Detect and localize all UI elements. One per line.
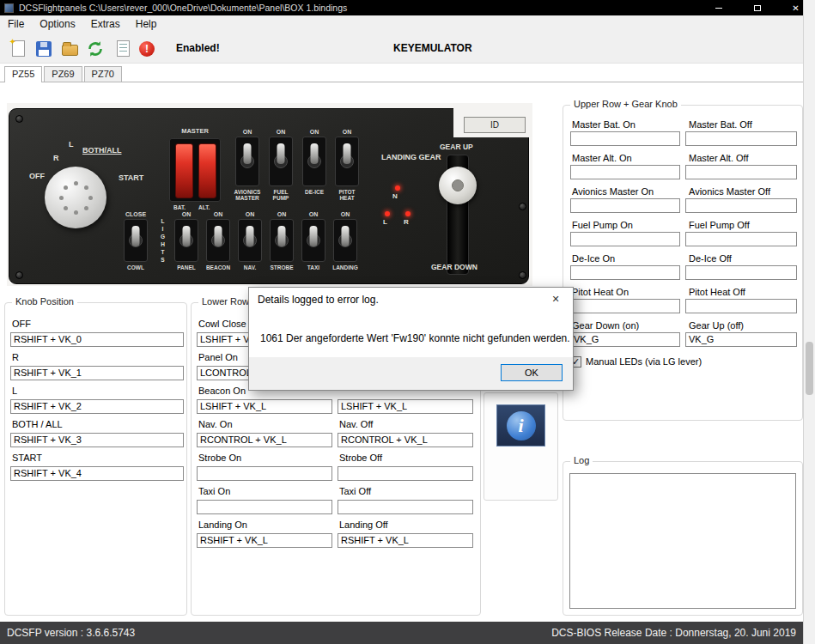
binding-field[interactable]: RSHIFT + VK_2	[10, 399, 184, 414]
binding-field[interactable]	[685, 131, 797, 146]
minimize-button[interactable]	[699, 0, 738, 15]
window-title: DCSFlightpanels C:\Users\rever_000\OneDr…	[19, 3, 347, 13]
rotary-label-off: OFF	[29, 172, 45, 180]
menu-options[interactable]: Options	[32, 15, 82, 33]
enabled-status-label: Enabled!	[176, 33, 220, 64]
binding-label: Taxi On	[198, 486, 230, 496]
binding-label: Pitot Heat Off	[689, 287, 745, 297]
rotary-label-l: L	[69, 140, 74, 149]
menu-help[interactable]: Help	[128, 15, 165, 33]
binding-field[interactable]	[338, 500, 473, 514]
vertical-scrollbar[interactable]	[803, 0, 815, 644]
taxi-switch: ON TAXI	[298, 211, 329, 270]
binding-field[interactable]: RSHIFT + VK_4	[10, 466, 184, 481]
save-button[interactable]	[34, 39, 53, 58]
screw-icon	[519, 203, 526, 210]
maximize-button[interactable]	[738, 0, 776, 15]
keyemulator-mode-label: KEYEMULATOR	[393, 33, 472, 64]
binding-field[interactable]	[685, 299, 797, 313]
binding-field[interactable]: RSHIFT + VK_3	[10, 433, 184, 447]
alt-label: ALT.	[198, 204, 210, 210]
bat-label: BAT.	[173, 204, 186, 210]
gear-down-label: GEAR DOWN	[431, 263, 477, 271]
binding-label: Master Bat. On	[572, 119, 636, 130]
binding-field[interactable]	[570, 299, 680, 313]
strobe-switch: ON STROBE	[266, 211, 297, 270]
binding-field[interactable]: LSHIFT + VK_L	[338, 399, 473, 414]
notes-button[interactable]	[113, 39, 132, 58]
error-log-icon: !	[139, 41, 155, 57]
binding-field[interactable]: RCONTROL + VK_L	[197, 433, 332, 447]
binding-label: Master Bat. Off	[689, 119, 752, 130]
upper-row-gear-knob-group: Upper Row + Gear Knob Master Bat. On Mas…	[563, 105, 803, 421]
panel-light-switch: ON PANEL	[171, 211, 202, 270]
log-group: Log	[563, 461, 803, 616]
binding-field[interactable]	[570, 265, 680, 280]
rotary-knob	[45, 167, 106, 228]
scrollbar-thumb[interactable]	[806, 342, 813, 395]
binding-label: Pitot Heat On	[572, 287, 629, 297]
binding-label: Nav. Off	[339, 419, 373, 429]
identify-panel-button[interactable]: ID	[464, 117, 526, 133]
menu-extras[interactable]: Extras	[83, 15, 128, 33]
binding-field[interactable]: VK_G	[570, 332, 680, 347]
binding-label: Cowl Close	[198, 319, 246, 329]
alt-rocker-switch	[198, 143, 216, 198]
refresh-icon	[87, 40, 104, 58]
binding-label: Gear Down (on)	[572, 320, 639, 331]
binding-field[interactable]	[197, 466, 332, 481]
binding-field[interactable]	[685, 198, 797, 213]
manual-leds-label: Manual LEDs (via LG lever)	[586, 356, 702, 367]
minimize-icon	[715, 8, 722, 9]
app-icon	[4, 3, 14, 13]
dialog-footer: OK	[249, 357, 573, 390]
fuel-pump-switch: ON FUEL PUMP	[265, 129, 296, 201]
binding-field[interactable]	[570, 232, 680, 246]
binding-field[interactable]: VK_G	[685, 332, 797, 347]
new-profile-button[interactable]: ✦	[9, 39, 27, 58]
binding-field[interactable]	[685, 232, 797, 246]
error-log-button[interactable]: !	[137, 39, 156, 58]
group-title: Log	[570, 455, 593, 465]
info-panel: i	[484, 392, 558, 501]
binding-label: Landing Off	[339, 519, 388, 530]
binding-field[interactable]	[570, 131, 680, 146]
refresh-button[interactable]	[86, 39, 105, 58]
binding-field[interactable]: RSHIFT + VK_L	[338, 533, 473, 548]
master-label: MASTER	[167, 127, 223, 135]
de-ice-switch: ON DE-ICE	[299, 129, 330, 195]
binding-label: OFF	[12, 319, 31, 329]
master-switch-block: MASTER BAT. ALT.	[167, 127, 223, 202]
binding-field[interactable]	[197, 500, 332, 514]
tab-pz70[interactable]: PZ70	[84, 66, 122, 82]
binding-field[interactable]	[338, 466, 473, 481]
knob-position-group: Knob Position OFF RSHIFT + VK_0 R RSHIFT…	[4, 302, 187, 616]
info-button[interactable]: i	[496, 404, 545, 447]
binding-field[interactable]: RSHIFT + VK_1	[10, 366, 184, 380]
tab-pz55[interactable]: PZ55	[4, 66, 42, 82]
gear-led-l	[385, 211, 390, 216]
open-file-button[interactable]	[60, 39, 79, 58]
maximize-icon	[754, 5, 761, 11]
binding-label: Strobe Off	[339, 453, 382, 463]
ok-button[interactable]: OK	[501, 364, 563, 381]
log-textarea[interactable]	[569, 473, 796, 609]
dialog-close-button[interactable]: ✕	[539, 288, 572, 310]
binding-field[interactable]	[570, 198, 680, 213]
app-window: DCSFlightpanels C:\Users\rever_000\OneDr…	[0, 0, 815, 644]
error-dialog: Details logged to error log. ✕ 1061 Der …	[248, 287, 574, 391]
binding-field[interactable]: RSHIFT + VK_L	[197, 533, 332, 548]
gear-n-label: N	[392, 192, 398, 200]
binding-label: Avionics Master On	[572, 186, 654, 197]
master-plate	[169, 138, 221, 202]
menu-file[interactable]: File	[0, 15, 32, 33]
tab-pz69[interactable]: PZ69	[44, 66, 82, 82]
binding-field[interactable]: RCONTROL + VK_L	[338, 433, 473, 447]
dcs-bios-release-label: DCS-BIOS Release Date : Donnerstag, 20. …	[551, 627, 796, 639]
binding-field[interactable]	[570, 165, 680, 179]
binding-field[interactable]	[685, 165, 797, 179]
binding-field[interactable]: LSHIFT + VK_L	[197, 399, 332, 414]
binding-field[interactable]: RSHIFT + VK_0	[10, 332, 184, 347]
binding-label: Panel On	[198, 352, 238, 362]
binding-field[interactable]	[685, 265, 797, 280]
